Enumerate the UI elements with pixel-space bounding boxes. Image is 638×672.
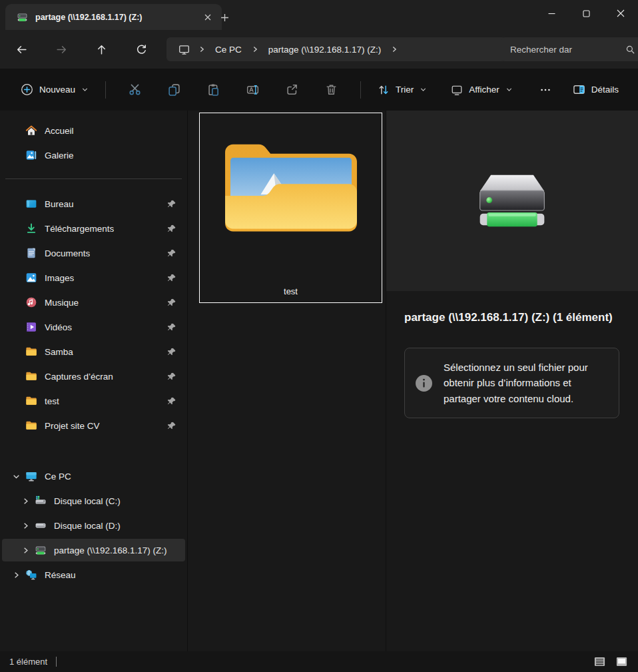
gallery-icon <box>25 149 37 161</box>
rename-button[interactable] <box>238 77 268 103</box>
chevron-right-icon[interactable] <box>17 521 34 530</box>
view-button-label: Afficher <box>469 85 499 95</box>
chevron-right-icon[interactable] <box>17 546 34 555</box>
folder-item-test[interactable]: test <box>199 113 382 303</box>
up-button[interactable] <box>88 37 115 61</box>
chevron-down-icon <box>81 86 89 93</box>
pictures-icon <box>25 272 37 284</box>
status-bar: 1 élément <box>0 651 638 672</box>
chevron-down-icon <box>420 86 427 93</box>
sidebar-item-label: Documents <box>45 248 90 258</box>
downloads-icon <box>25 222 37 234</box>
drive-icon <box>34 519 47 531</box>
forward-button[interactable] <box>48 37 75 61</box>
breadcrumb-chevron-icon <box>389 45 400 53</box>
sidebar-item-images[interactable]: Images <box>2 266 185 289</box>
search-input[interactable]: Rechercher dar <box>501 37 638 61</box>
details-view-icon[interactable] <box>591 654 607 670</box>
file-list[interactable]: test <box>187 111 386 651</box>
sidebar: Accueil Galerie Bureau Télécha <box>0 111 187 651</box>
videos-icon <box>25 321 37 333</box>
address-bar[interactable]: Ce PC partage (\\192.168.1.17) (Z:) <box>166 37 506 61</box>
delete-button[interactable] <box>316 77 346 103</box>
sidebar-item-documents[interactable]: Documents <box>2 242 185 264</box>
large-thumbnails-view-icon[interactable] <box>613 654 629 670</box>
cut-button[interactable] <box>120 77 150 103</box>
minimize-button[interactable] <box>534 0 569 27</box>
chevron-down-icon[interactable] <box>7 472 25 481</box>
sidebar-item-partage[interactable]: partage (\\192.168.1.17) (Z:) <box>2 539 185 561</box>
sidebar-item-reseau[interactable]: Réseau <box>2 563 185 586</box>
sidebar-item-label: Réseau <box>45 570 76 580</box>
sidebar-item-accueil[interactable]: Accueil <box>2 119 185 142</box>
pin-icon <box>166 248 176 258</box>
details-pane-label: Détails <box>591 85 619 95</box>
sidebar-item-musique[interactable]: Musique <box>2 291 185 314</box>
pin-icon <box>166 298 176 308</box>
info-message: Sélectionnez un seul fichier pour obteni… <box>444 360 607 406</box>
new-tab-button[interactable] <box>214 8 234 27</box>
pin-icon <box>166 347 176 357</box>
sidebar-item-samba[interactable]: Samba <box>2 340 185 363</box>
sort-button[interactable]: Trier <box>370 77 434 103</box>
new-button[interactable]: Nouveau <box>13 77 96 103</box>
sidebar-item-label: Samba <box>45 347 73 357</box>
network-drive-icon <box>34 544 47 556</box>
copy-button[interactable] <box>159 77 189 103</box>
share-button[interactable] <box>277 77 307 103</box>
os-drive-icon <box>34 495 47 507</box>
pin-icon <box>166 199 176 209</box>
sidebar-item-label: Téléchargements <box>45 224 114 234</box>
sidebar-item-label: Images <box>45 273 74 283</box>
navigation-bar: Ce PC partage (\\192.168.1.17) (Z:) Rech… <box>0 30 638 69</box>
explorer-tab[interactable]: partage (\\192.168.1.17) (Z:) <box>5 4 222 30</box>
chevron-down-icon <box>505 86 513 93</box>
sidebar-divider <box>5 178 182 179</box>
sidebar-item-galerie[interactable]: Galerie <box>2 144 185 167</box>
more-button[interactable] <box>531 77 561 103</box>
sidebar-item-test[interactable]: test <box>2 390 185 412</box>
sidebar-item-ce-pc[interactable]: Ce PC <box>2 465 185 488</box>
maximize-button[interactable] <box>569 0 603 27</box>
item-count: 1 élément <box>9 657 47 667</box>
sidebar-item-videos[interactable]: Vidéos <box>2 316 185 338</box>
details-pane-icon <box>573 83 585 96</box>
network-drive-large-icon <box>474 170 551 232</box>
breadcrumb-item-ce-pc[interactable]: Ce PC <box>210 42 247 57</box>
sidebar-item-label: test <box>45 396 59 406</box>
tab-title: partage (\\192.168.1.17) (Z:) <box>35 13 192 22</box>
paste-button[interactable] <box>198 77 228 103</box>
sidebar-item-label: partage (\\192.168.1.17) (Z:) <box>54 545 167 555</box>
details-pane: partage (\\192.168.1.17) (Z:) (1 élément… <box>386 111 638 651</box>
sort-icon <box>378 84 390 96</box>
network-icon <box>25 569 37 581</box>
sidebar-item-telechargements[interactable]: Téléchargements <box>2 217 185 240</box>
details-pane-button[interactable]: Détails <box>565 77 626 103</box>
chevron-right-icon[interactable] <box>7 571 25 579</box>
search-placeholder: Rechercher dar <box>510 45 625 55</box>
sidebar-item-disque-d[interactable]: Disque local (D:) <box>2 514 185 537</box>
view-button[interactable]: Afficher <box>444 77 520 103</box>
pin-icon <box>166 224 176 234</box>
close-button[interactable] <box>603 0 638 27</box>
sidebar-item-captures-decran[interactable]: Captures d’écran <box>2 365 185 388</box>
sidebar-item-label: Musique <box>45 298 79 308</box>
breadcrumb-item-partage[interactable]: partage (\\192.168.1.17) (Z:) <box>263 42 387 57</box>
window-controls <box>534 0 638 27</box>
search-icon <box>625 45 635 55</box>
sidebar-item-label: Disque local (C:) <box>54 496 121 506</box>
pin-icon <box>166 396 176 406</box>
sort-button-label: Trier <box>396 85 414 95</box>
sidebar-item-disque-c[interactable]: Disque local (C:) <box>2 490 185 512</box>
sidebar-item-label: Vidéos <box>45 322 72 332</box>
sidebar-item-label: Bureau <box>45 199 74 209</box>
sidebar-item-label: Disque local (D:) <box>54 521 121 531</box>
chevron-right-icon[interactable] <box>17 497 34 505</box>
refresh-button[interactable] <box>128 37 155 61</box>
folder-item-name: test <box>284 286 298 296</box>
sidebar-item-bureau[interactable]: Bureau <box>2 192 185 215</box>
details-hero <box>386 111 638 291</box>
sidebar-item-projet-site-cv[interactable]: Projet site CV <box>2 414 185 437</box>
view-icon <box>451 84 463 96</box>
back-button[interactable] <box>8 37 35 61</box>
